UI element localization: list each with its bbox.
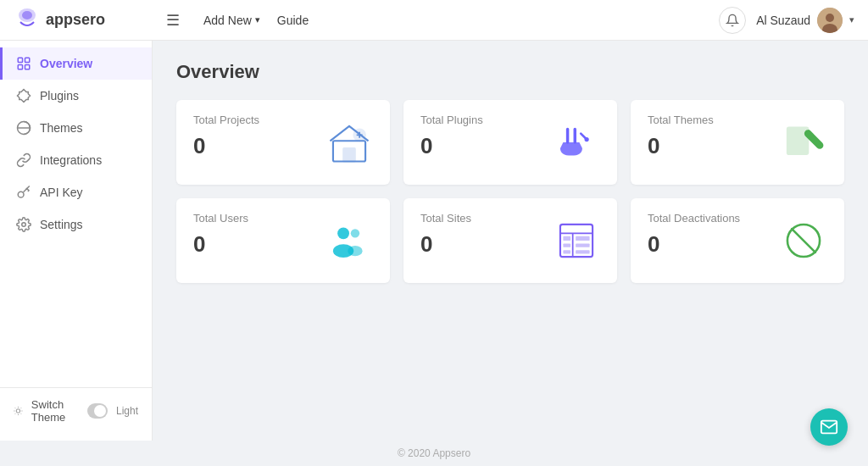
guide-link[interactable]: Guide [277, 14, 309, 27]
plugins-icon [16, 88, 31, 103]
sidebar-item-integrations[interactable]: Integrations [0, 144, 152, 176]
svg-rect-38 [563, 243, 570, 247]
username-label: Al Suzaud [756, 14, 810, 27]
themes-icon [16, 120, 31, 136]
sidebar-item-plugins[interactable]: Plugins [0, 80, 152, 112]
user-chevron-icon: ▾ [849, 14, 854, 25]
stat-icon-total-plugins [553, 119, 600, 166]
svg-line-20 [20, 408, 21, 408]
svg-point-32 [348, 246, 362, 256]
sidebar-bottom: Switch Theme Light [0, 387, 152, 434]
sidebar-item-plugins-label: Plugins [40, 89, 79, 103]
stat-icon-total-projects [326, 119, 373, 166]
footer: © 2020 Appsero [0, 441, 868, 466]
user-menu[interactable]: Al Suzaud ▾ [756, 8, 854, 33]
svg-rect-8 [25, 65, 30, 69]
users-stat-icon [327, 219, 371, 263]
app-logo[interactable]: appsero [14, 7, 166, 34]
sidebar-item-integrations-label: Integrations [40, 153, 102, 167]
menu-icon[interactable]: ☰ [166, 11, 180, 30]
sidebar-item-api-key-label: API Key [40, 186, 83, 199]
svg-rect-36 [563, 236, 570, 241]
sidebar-item-overview[interactable]: Overview [0, 47, 152, 80]
svg-point-26 [585, 137, 589, 141]
stat-icon-total-deactivations [780, 217, 827, 264]
stat-card-total-sites: Total Sites 0 [403, 198, 617, 283]
stat-card-total-projects: Total Projects 0 [176, 100, 390, 185]
topnav-center: ☰ Add New ▾ Guide [166, 11, 719, 30]
svg-rect-5 [18, 58, 22, 62]
svg-point-12 [16, 409, 20, 413]
stat-icon-total-users [326, 217, 373, 264]
app-name: appsero [46, 11, 105, 29]
stat-card-total-users: Total Users 0 [176, 198, 390, 283]
svg-rect-7 [18, 65, 22, 69]
stat-card-total-themes: Total Themes 0 [631, 100, 844, 185]
api-key-icon [16, 185, 31, 200]
sidebar-item-themes[interactable]: Themes [0, 112, 152, 144]
add-new-link[interactable]: Add New ▾ [203, 14, 260, 27]
bell-icon [726, 14, 739, 27]
projects-icon [327, 120, 371, 164]
switch-theme-icon [14, 404, 23, 418]
svg-point-29 [337, 227, 349, 239]
svg-line-16 [20, 413, 21, 414]
svg-rect-40 [563, 250, 570, 253]
svg-rect-6 [25, 58, 30, 62]
svg-line-43 [792, 229, 815, 252]
svg-point-3 [826, 14, 834, 22]
switch-theme-label: Switch Theme [31, 398, 79, 424]
sidebar: Overview Plugins Themes Integrations [0, 41, 153, 441]
sidebar-item-settings[interactable]: Settings [0, 208, 152, 241]
svg-line-19 [15, 413, 16, 414]
stat-icon-total-sites [553, 217, 600, 264]
settings-icon [16, 217, 31, 232]
topnav: appsero ☰ Add New ▾ Guide Al Suzaud [0, 0, 868, 41]
stat-icon-total-themes [780, 119, 827, 166]
themes-stat-icon [782, 120, 826, 164]
svg-point-1 [22, 11, 32, 19]
stat-card-total-deactivations: Total Deactivations 0 [631, 198, 844, 283]
notifications-button[interactable] [719, 7, 746, 34]
topnav-right: Al Suzaud ▾ [719, 7, 854, 34]
svg-rect-37 [576, 236, 589, 241]
footer-text: © 2020 Appsero [398, 447, 470, 459]
fab-button[interactable] [810, 408, 848, 446]
light-label: Light [116, 405, 138, 417]
svg-rect-41 [576, 250, 589, 253]
stats-grid: Total Projects 0 Total Plugins 0 [176, 100, 844, 283]
svg-point-11 [22, 223, 26, 227]
avatar-image [817, 8, 843, 33]
logo-icon [14, 7, 41, 34]
sidebar-item-settings-label: Settings [40, 218, 83, 231]
sidebar-item-api-key[interactable]: API Key [0, 176, 152, 208]
svg-line-15 [15, 408, 16, 408]
page-title: Overview [176, 61, 844, 83]
theme-toggle[interactable] [87, 403, 108, 419]
sidebar-item-themes-label: Themes [40, 121, 83, 135]
svg-rect-22 [343, 148, 355, 162]
plugins-stat-icon [554, 120, 598, 164]
stat-card-total-plugins: Total Plugins 0 [403, 100, 617, 185]
deactivations-stat-icon [782, 219, 826, 263]
theme-toggle-thumb [94, 405, 106, 417]
sites-stat-icon [554, 219, 598, 263]
avatar [817, 8, 843, 33]
email-icon [820, 418, 838, 436]
main-content: Overview Total Projects 0 [153, 41, 868, 441]
layout: Overview Plugins Themes Integrations [0, 41, 868, 441]
svg-point-30 [351, 229, 359, 237]
svg-rect-39 [576, 243, 589, 247]
overview-icon [16, 56, 31, 71]
svg-point-10 [18, 191, 24, 197]
integrations-icon [16, 153, 31, 168]
sidebar-item-overview-label: Overview [40, 57, 92, 70]
